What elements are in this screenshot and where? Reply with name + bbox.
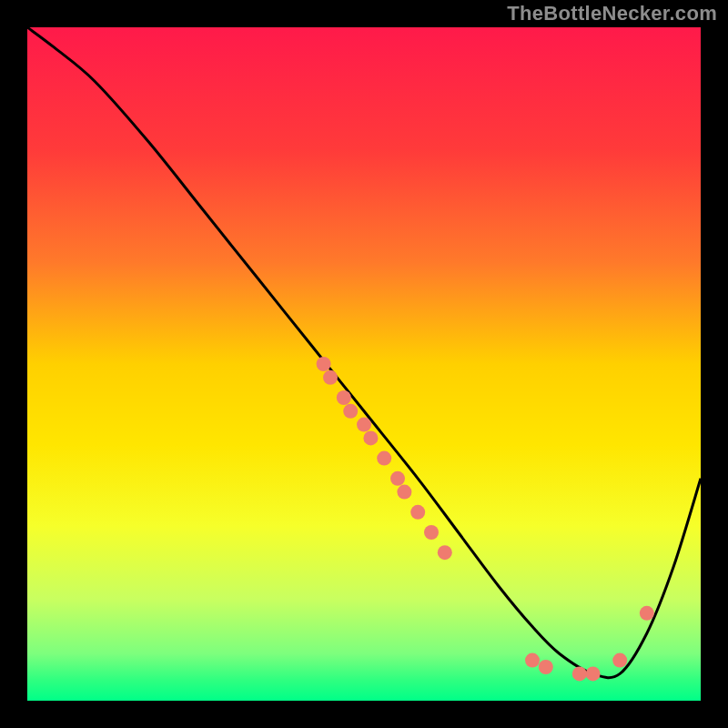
data-point xyxy=(572,666,587,681)
data-point xyxy=(390,471,405,486)
data-point xyxy=(357,418,371,432)
data-point xyxy=(337,390,351,405)
data-point xyxy=(323,370,338,385)
data-point xyxy=(377,451,391,466)
data-point xyxy=(410,505,425,520)
chart-stage: TheBottleNecker.com xyxy=(0,0,728,728)
gradient-background xyxy=(27,27,701,701)
data-point xyxy=(363,430,378,445)
data-point xyxy=(586,666,601,681)
data-point xyxy=(612,653,627,668)
data-point xyxy=(438,545,452,560)
data-point xyxy=(424,525,439,540)
plot-area xyxy=(27,27,701,701)
data-point xyxy=(397,485,411,500)
data-point xyxy=(539,660,553,674)
data-point xyxy=(317,357,331,371)
data-point xyxy=(343,404,358,419)
data-point xyxy=(525,653,540,668)
chart-svg xyxy=(27,27,701,701)
watermark-text: TheBottleNecker.com xyxy=(507,2,717,25)
data-point xyxy=(640,606,654,621)
